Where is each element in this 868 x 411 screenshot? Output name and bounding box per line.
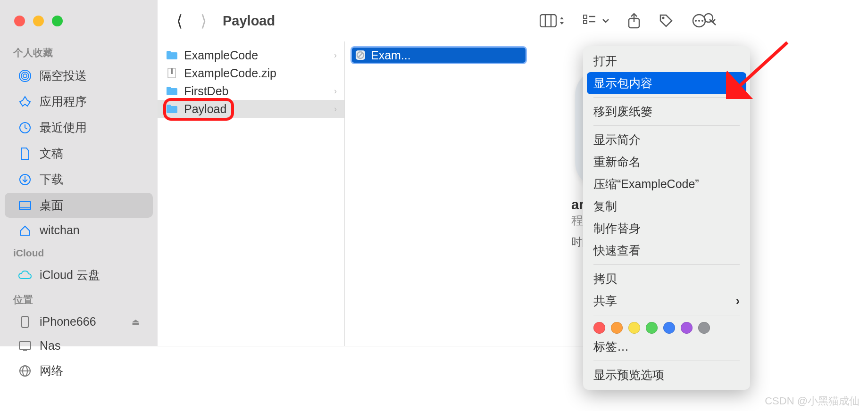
chevron-right-icon: › bbox=[334, 86, 337, 96]
sidebar-item-downloads[interactable]: 下载 bbox=[5, 167, 153, 192]
menu-separator bbox=[593, 97, 740, 98]
menu-item-quicklook[interactable]: 快速查看 bbox=[587, 239, 746, 262]
sidebar-item-network[interactable]: 网络 bbox=[5, 358, 153, 383]
recents-icon bbox=[18, 122, 32, 134]
toolbar-right bbox=[540, 13, 721, 29]
sidebar-item-nas[interactable]: Nas bbox=[5, 334, 153, 357]
eject-icon[interactable]: ⏏ bbox=[132, 317, 140, 327]
folder-icon bbox=[165, 86, 178, 96]
share-button[interactable] bbox=[627, 13, 641, 29]
window-controls bbox=[9, 16, 167, 26]
sidebar-item-label: 下载 bbox=[40, 172, 63, 187]
watermark: CSDN @小黑猫成仙 bbox=[765, 394, 860, 408]
tag-color-gray[interactable] bbox=[698, 322, 710, 334]
svg-point-17 bbox=[21, 72, 29, 80]
file-name: ExampleCode bbox=[184, 49, 258, 62]
menu-item-rename[interactable]: 重新命名 bbox=[587, 151, 746, 173]
tag-color-red[interactable] bbox=[593, 322, 605, 334]
menu-item-compress[interactable]: 压缩“ExampleCode” bbox=[587, 173, 746, 195]
navigation-arrows: ⟨ ⟩ bbox=[176, 11, 207, 30]
sidebar-item-desktop[interactable]: 桌面 bbox=[5, 193, 153, 218]
menu-item-tags[interactable]: 标签… bbox=[587, 336, 746, 358]
group-by-button[interactable] bbox=[583, 15, 609, 27]
svg-point-9 bbox=[662, 17, 665, 19]
sidebar-item-label: 网络 bbox=[40, 363, 63, 378]
file-name: Exam... bbox=[371, 49, 411, 62]
svg-point-14 bbox=[704, 14, 713, 22]
svg-rect-0 bbox=[540, 15, 556, 27]
forward-button[interactable]: ⟩ bbox=[200, 11, 207, 30]
column-view: ExampleCode › ExampleCode.zip FirstDeb ›… bbox=[158, 0, 730, 346]
sidebar-item-home[interactable]: witchan bbox=[5, 219, 153, 242]
sidebar-item-documents[interactable]: 文稿 bbox=[5, 141, 153, 166]
sidebar-item-airdrop[interactable]: 隔空投送 bbox=[5, 63, 153, 88]
file-name: ExampleCode.zip bbox=[184, 66, 276, 80]
menu-item-copy[interactable]: 拷贝 bbox=[587, 268, 746, 290]
chevron-right-icon: › bbox=[736, 294, 740, 308]
phone-icon bbox=[18, 315, 32, 329]
tag-color-purple[interactable] bbox=[681, 322, 693, 334]
sidebar-item-icloud-drive[interactable]: iCloud 云盘 bbox=[5, 263, 153, 288]
sidebar-item-label: witchan bbox=[40, 223, 80, 237]
menu-item-preview-options[interactable]: 显示预览选项 bbox=[587, 364, 746, 386]
cloud-icon bbox=[18, 270, 32, 280]
sidebar-favorites-header: 个人收藏 bbox=[0, 41, 158, 62]
tag-color-orange[interactable] bbox=[611, 322, 623, 334]
fullscreen-window-button[interactable] bbox=[52, 16, 63, 26]
sidebar-item-label: 应用程序 bbox=[40, 94, 87, 109]
minimize-window-button[interactable] bbox=[33, 16, 44, 26]
menu-item-make-alias[interactable]: 制作替身 bbox=[587, 217, 746, 239]
menu-item-show-package-contents[interactable]: 显示包内容 bbox=[587, 72, 746, 94]
menu-item-share[interactable]: 共享› bbox=[587, 290, 746, 312]
sidebar-item-label: iCloud 云盘 bbox=[40, 267, 100, 283]
sidebar-item-label: 桌面 bbox=[40, 197, 63, 213]
menu-separator bbox=[593, 361, 740, 361]
file-row[interactable]: Payload › bbox=[158, 100, 344, 118]
app-item-selected[interactable]: Exam... bbox=[351, 46, 527, 64]
menu-item-get-info[interactable]: 显示简介 bbox=[587, 129, 746, 151]
toolbar: ⟨ ⟩ Payload bbox=[0, 0, 730, 41]
sidebar: 个人收藏 隔空投送 应用程序 最近使用 文稿 下载 桌面 witchan bbox=[0, 0, 158, 346]
network-icon bbox=[18, 365, 32, 377]
tag-color-blue[interactable] bbox=[663, 322, 675, 334]
menu-separator bbox=[593, 264, 740, 265]
tag-color-yellow[interactable] bbox=[628, 322, 640, 334]
search-button[interactable] bbox=[703, 12, 717, 28]
sidebar-item-label: 隔空投送 bbox=[40, 68, 87, 83]
folder-icon bbox=[165, 50, 178, 60]
tags-button[interactable] bbox=[659, 13, 674, 28]
prohibit-app-icon bbox=[355, 49, 366, 61]
downloads-icon bbox=[18, 173, 32, 186]
close-window-button[interactable] bbox=[14, 16, 25, 26]
column-1: ExampleCode › ExampleCode.zip FirstDeb ›… bbox=[158, 41, 345, 346]
menu-item-open[interactable]: 打开 bbox=[587, 50, 746, 72]
file-name: Payload bbox=[184, 102, 226, 116]
file-row[interactable]: ExampleCode.zip bbox=[158, 64, 344, 82]
tag-color-green[interactable] bbox=[646, 322, 658, 334]
view-columns-button[interactable] bbox=[540, 14, 565, 27]
svg-point-12 bbox=[698, 20, 700, 22]
menu-separator bbox=[593, 125, 740, 126]
column-2: Exam... 打开 显示包内容 移到废纸篓 显示简介 重新命名 压缩“Exam… bbox=[345, 41, 538, 346]
apps-icon bbox=[18, 96, 32, 108]
sidebar-item-label: iPhone666 bbox=[40, 315, 96, 329]
svg-rect-21 bbox=[19, 201, 31, 210]
svg-point-16 bbox=[23, 74, 27, 78]
menu-item-duplicate[interactable]: 复制 bbox=[587, 195, 746, 217]
sidebar-item-apps[interactable]: 应用程序 bbox=[5, 89, 153, 114]
display-icon bbox=[18, 341, 32, 351]
file-row[interactable]: FirstDeb › bbox=[158, 82, 344, 100]
folder-icon bbox=[165, 104, 178, 114]
sidebar-icloud-header: iCloud bbox=[0, 243, 158, 262]
back-button[interactable]: ⟨ bbox=[176, 11, 183, 30]
sidebar-item-phone[interactable]: iPhone666 ⏏ bbox=[5, 310, 153, 333]
context-menu: 打开 显示包内容 移到废纸篓 显示简介 重新命名 压缩“ExampleCode”… bbox=[583, 46, 750, 390]
window-title: Payload bbox=[223, 13, 275, 29]
sidebar-item-recents[interactable]: 最近使用 bbox=[5, 115, 153, 140]
svg-rect-24 bbox=[19, 342, 31, 349]
sidebar-item-label: 文稿 bbox=[40, 146, 63, 161]
menu-item-trash[interactable]: 移到废纸篓 bbox=[587, 100, 746, 123]
file-row[interactable]: ExampleCode › bbox=[158, 46, 344, 64]
desktop-icon bbox=[18, 200, 32, 211]
documents-icon bbox=[18, 147, 32, 160]
